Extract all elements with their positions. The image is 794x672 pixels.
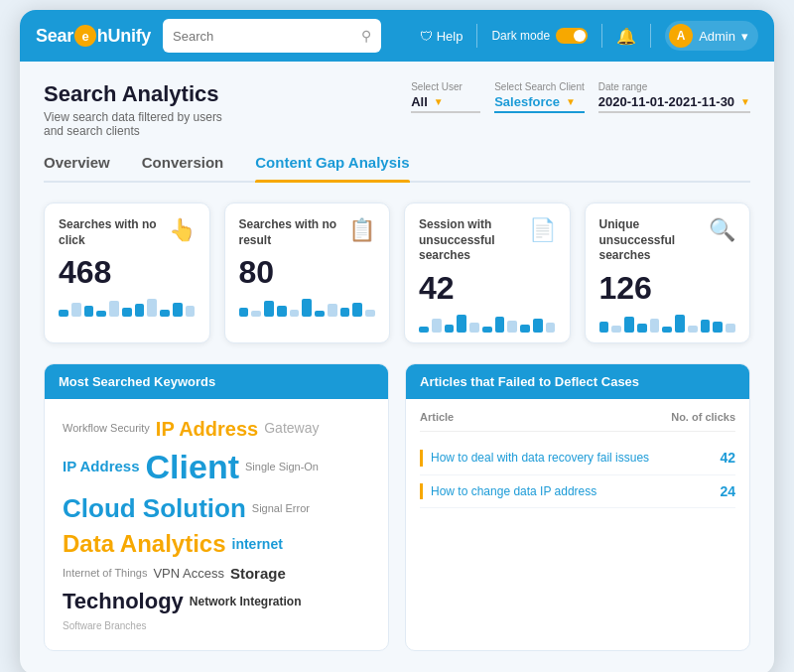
mini-bar bbox=[611, 326, 621, 333]
stat-value: 80 bbox=[239, 254, 376, 291]
keyword-word[interactable]: internet bbox=[232, 536, 283, 553]
filters: Select User All ▼ Select Search Client S… bbox=[411, 81, 750, 113]
mini-bar bbox=[84, 306, 94, 317]
page-title-block: Search Analytics View search data filter… bbox=[44, 81, 222, 138]
mini-bar bbox=[675, 315, 685, 333]
search-input[interactable] bbox=[173, 29, 361, 44]
mini-bar bbox=[277, 306, 287, 317]
keyword-word[interactable]: Client bbox=[146, 447, 239, 487]
mini-bar-chart bbox=[239, 299, 376, 317]
keyword-word[interactable]: Cloud Solution bbox=[63, 493, 246, 524]
stat-icon: 🔍 bbox=[709, 217, 735, 243]
mini-bar bbox=[135, 304, 145, 317]
help-icon: 🛡 bbox=[420, 29, 433, 44]
stat-label: Session with unsuccessful searches bbox=[419, 217, 528, 264]
stat-icon: 📄 bbox=[529, 217, 556, 243]
stat-value: 126 bbox=[599, 270, 736, 307]
mini-bar bbox=[160, 310, 170, 317]
tabs: Overview Conversion Content Gap Analysis bbox=[44, 154, 750, 183]
mini-bar bbox=[71, 303, 81, 317]
mini-bar bbox=[96, 311, 106, 317]
mini-bar bbox=[469, 323, 479, 333]
date-filter[interactable]: Date range 2020-11-01-2021-11-30 ▼ bbox=[598, 81, 750, 113]
keyword-word[interactable]: Single Sign-On bbox=[245, 461, 319, 473]
mini-bar bbox=[173, 303, 183, 317]
toggle-pill[interactable] bbox=[556, 28, 588, 44]
keyword-word[interactable]: Internet of Things bbox=[63, 567, 147, 580]
user-select[interactable]: All ▼ bbox=[411, 94, 480, 113]
mini-bar bbox=[315, 311, 325, 317]
keyword-word[interactable]: Technology bbox=[63, 589, 184, 614]
stat-label: Searches with no result bbox=[239, 217, 348, 248]
date-value: 2020-11-01-2021-11-30 bbox=[598, 94, 734, 109]
header-right: 🛡 Help Dark mode 🔔 A Admin ▾ bbox=[420, 21, 758, 51]
mini-bar bbox=[507, 321, 517, 333]
keyword-word[interactable]: VPN Access bbox=[153, 566, 224, 582]
mini-bar bbox=[365, 310, 375, 317]
mini-bar bbox=[419, 327, 429, 333]
article-row[interactable]: How to deal with data recovery fail issu… bbox=[420, 442, 735, 475]
keyword-word[interactable]: Data Analytics bbox=[63, 530, 226, 559]
stat-card-unique-unsuccessful[interactable]: Unique unsuccessful searches 🔍 126 bbox=[585, 202, 751, 343]
mini-bar bbox=[264, 301, 274, 317]
tab-content-gap[interactable]: Content Gap Analysis bbox=[255, 154, 409, 181]
dark-mode-label: Dark mode bbox=[491, 29, 550, 43]
article-name: How to change data IP address bbox=[420, 483, 710, 500]
stat-value: 42 bbox=[419, 270, 556, 307]
stats-row: Searches with no click 👆 468 Searches wi… bbox=[44, 202, 750, 343]
stat-card-no-click[interactable]: Searches with no click 👆 468 bbox=[44, 202, 210, 343]
tab-conversion[interactable]: Conversion bbox=[142, 154, 224, 181]
articles-panel: Articles that Failed to Deflect Cases Ar… bbox=[405, 363, 750, 651]
help-button[interactable]: 🛡 Help bbox=[420, 29, 463, 44]
admin-badge[interactable]: A Admin ▾ bbox=[665, 21, 758, 51]
page-title: Search Analytics bbox=[44, 81, 222, 107]
keyword-word[interactable]: Network Integration bbox=[190, 595, 302, 608]
keyword-word[interactable]: Gateway bbox=[264, 420, 319, 437]
articles-table: Article No. of clicks How to deal with d… bbox=[420, 411, 735, 509]
divider-1 bbox=[476, 24, 477, 48]
app-container: SearehUnify ⚲ 🛡 Help Dark mode 🔔 A Admin… bbox=[20, 10, 774, 672]
bell-icon[interactable]: 🔔 bbox=[616, 27, 636, 46]
stat-card-no-result[interactable]: Searches with no result 📋 80 bbox=[224, 202, 391, 343]
mini-bar bbox=[122, 308, 132, 317]
tab-overview[interactable]: Overview bbox=[44, 154, 110, 181]
mini-bar bbox=[457, 315, 466, 333]
header: SearehUnify ⚲ 🛡 Help Dark mode 🔔 A Admin… bbox=[20, 10, 774, 62]
article-name: How to deal with data recovery fail issu… bbox=[420, 450, 710, 467]
mini-bar-chart bbox=[59, 299, 196, 317]
keyword-word[interactable]: IP Address bbox=[63, 458, 140, 475]
mini-bar bbox=[713, 322, 723, 333]
keyword-word[interactable]: Signal Error bbox=[252, 502, 310, 515]
mini-bar bbox=[239, 308, 249, 317]
keyword-word[interactable]: Software Branches bbox=[63, 620, 147, 632]
search-bar[interactable]: ⚲ bbox=[163, 19, 381, 53]
keyword-word[interactable]: Workflow Security bbox=[63, 422, 150, 435]
search-icon: ⚲ bbox=[361, 28, 371, 44]
mini-bar-chart bbox=[599, 315, 736, 333]
mini-bar bbox=[328, 304, 337, 317]
article-row[interactable]: How to change data IP address 24 bbox=[420, 475, 735, 509]
dark-mode-toggle[interactable]: Dark mode bbox=[491, 28, 588, 44]
stat-card-unsuccessful-sessions[interactable]: Session with unsuccessful searches 📄 42 bbox=[404, 202, 571, 343]
client-filter[interactable]: Select Search Client Salesforce ▼ bbox=[494, 81, 585, 113]
content: Search Analytics View search data filter… bbox=[20, 62, 774, 672]
client-arrow-icon: ▼ bbox=[566, 96, 576, 107]
logo: SearehUnify bbox=[36, 25, 151, 47]
mini-bar bbox=[302, 299, 312, 317]
mini-bar bbox=[662, 327, 672, 333]
stat-label: Unique unsuccessful searches bbox=[599, 217, 709, 264]
client-select[interactable]: Salesforce ▼ bbox=[494, 94, 585, 113]
keyword-word[interactable]: Storage bbox=[230, 565, 286, 583]
mini-bar bbox=[432, 319, 442, 333]
keyword-word[interactable]: IP Address bbox=[156, 417, 258, 441]
client-filter-label: Select Search Client bbox=[494, 81, 585, 92]
user-filter[interactable]: Select User All ▼ bbox=[411, 81, 480, 113]
mini-bar bbox=[624, 317, 634, 333]
mini-bar bbox=[290, 310, 300, 317]
mini-bar bbox=[726, 324, 735, 333]
mini-bar bbox=[701, 320, 711, 333]
date-select[interactable]: 2020-11-01-2021-11-30 ▼ bbox=[598, 94, 750, 113]
stat-label: Searches with no click bbox=[59, 217, 168, 248]
mini-bar bbox=[482, 327, 492, 333]
articles-table-header: Article No. of clicks bbox=[420, 411, 735, 432]
